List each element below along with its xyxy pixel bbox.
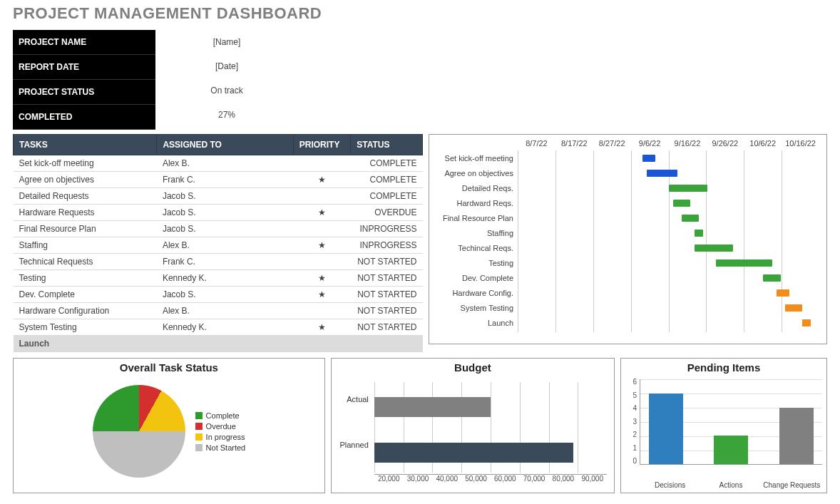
gantt-row: Hardward Reqs. (432, 195, 819, 210)
legend-swatch (195, 444, 203, 451)
pending-bar (649, 394, 683, 464)
gantt-tick: 9/16/22 (669, 139, 707, 148)
legend-item: Complete (195, 411, 246, 420)
legend-item: Not Started (195, 443, 246, 452)
gantt-row: System Testing (432, 300, 819, 315)
gantt-row-label: Final Resource Plan (432, 214, 518, 222)
gantt-row: Staffing (432, 225, 819, 240)
gantt-tick: 8/7/22 (518, 139, 555, 148)
gantt-tick: 10/6/22 (744, 139, 782, 148)
pie-chart (93, 385, 185, 478)
info-label-project-status: PROJECT STATUS (13, 80, 155, 105)
gantt-bar (763, 274, 780, 282)
gantt-row-label: Set kick-off meeting (432, 154, 518, 163)
gantt-tick: 10/16/22 (782, 139, 819, 148)
table-row: Final Resource PlanJacob S.INPROGRESS (14, 221, 423, 237)
gantt-bar (785, 304, 802, 312)
legend-item: Overdue (195, 422, 246, 431)
gantt-bar (647, 170, 677, 177)
task-name: Staffing (14, 237, 157, 254)
pending-y-tick: 4 (624, 404, 637, 412)
task-name: Detailed Requests (14, 188, 157, 205)
table-row-launch: Launch (14, 336, 423, 352)
tasks-th-assigned: ASSIGNED TO (157, 135, 293, 155)
gantt-bar (695, 245, 733, 252)
task-assigned: Alex B. (157, 303, 293, 319)
gantt-row: Techincal Reqs. (432, 240, 819, 255)
task-priority (293, 155, 351, 172)
budget-tick: 40,000 (432, 475, 461, 483)
task-name: Set kick-off meeting (14, 155, 157, 172)
gantt-row: Launch (432, 315, 819, 330)
pending-y-tick: 6 (624, 378, 637, 386)
pending-x-label: Decisions (640, 481, 700, 489)
pending-y-tick: 0 (624, 457, 637, 465)
gantt-tick: 9/26/22 (706, 139, 744, 148)
table-row: Agree on objectivesFrank C.★COMPLETE (14, 172, 423, 188)
legend-swatch (195, 423, 203, 430)
project-info-block: PROJECT NAME REPORT DATE PROJECT STATUS … (13, 30, 827, 130)
task-priority (293, 254, 351, 270)
task-status: COMPLETE (351, 188, 423, 205)
task-status: COMPLETE (351, 155, 423, 172)
task-assigned: Jacob S. (157, 205, 293, 221)
task-name: Dev. Complete (14, 287, 157, 303)
tasks-th-status: STATUS (351, 135, 423, 155)
task-priority: ★ (293, 319, 351, 336)
task-status: NOT STARTED (351, 287, 423, 303)
gantt-row: Hardware Config. (432, 285, 819, 300)
task-status: COMPLETE (351, 172, 423, 188)
budget-tick: 50,000 (461, 475, 491, 483)
gantt-row-label: Staffing (432, 229, 518, 237)
legend-item: In progress (195, 433, 246, 441)
task-name: Final Resource Plan (14, 221, 157, 237)
info-label-project-name: PROJECT NAME (13, 30, 155, 55)
pending-title: Pending Items (621, 359, 826, 375)
budget-tick: 20,000 (374, 475, 404, 483)
info-label-report-date: REPORT DATE (13, 55, 155, 80)
task-name: Testing (14, 270, 157, 287)
task-priority: ★ (293, 270, 351, 287)
gantt-bar (669, 185, 707, 192)
gantt-row: Set kick-off meeting (432, 150, 819, 165)
task-assigned: Alex B. (157, 155, 293, 172)
task-priority: ★ (293, 287, 351, 303)
task-name: System Testing (14, 319, 157, 336)
budget-chart-panel: Budget ActualPlanned 20,00030,00040,0005… (331, 358, 615, 493)
table-row: Hardware RequestsJacob S.★OVERDUE (14, 205, 423, 221)
legend-label: Complete (206, 411, 240, 420)
gantt-bar (802, 319, 811, 326)
budget-bar (374, 443, 574, 463)
legend-swatch (195, 433, 203, 441)
pending-bar (779, 408, 814, 464)
budget-row-label: Planned (334, 441, 372, 449)
gantt-bar (673, 200, 690, 207)
legend-swatch (195, 412, 203, 419)
tasks-th-priority: PRIORITY (293, 135, 351, 155)
pie-title: Overall Task Status (14, 359, 324, 375)
gantt-tick: 8/27/22 (593, 139, 631, 148)
gantt-bar (777, 289, 789, 297)
task-status: NOT STARTED (351, 303, 423, 319)
budget-row-label: Actual (334, 395, 372, 403)
gantt-row: Final Resource Plan (432, 210, 819, 225)
task-status: INPROGRESS (351, 221, 423, 237)
task-name: Agree on objectives (14, 172, 157, 188)
pending-bar (714, 436, 748, 464)
page-title: PROJECT MANAGEMENT DASHBOARD (13, 4, 827, 23)
pending-y-tick: 3 (624, 418, 637, 426)
gantt-row-label: Launch (432, 319, 518, 327)
info-value-report-date: [Date] (155, 54, 298, 78)
gantt-bar (642, 155, 655, 162)
gantt-row: Detailed Reqs. (432, 180, 819, 195)
task-assigned: Frank C. (157, 254, 293, 270)
gantt-row: Agree on objectives (432, 165, 819, 180)
task-assigned: Jacob S. (157, 188, 293, 205)
gantt-row-label: Hardward Reqs. (432, 199, 518, 207)
task-priority: ★ (293, 237, 351, 254)
table-row: System TestingKennedy K.★NOT STARTED (14, 319, 423, 336)
info-value-completed: 27% (155, 103, 298, 127)
task-priority: ★ (293, 205, 351, 221)
gantt-row: Dev. Complete (432, 270, 819, 285)
pending-y-tick: 5 (624, 391, 637, 399)
